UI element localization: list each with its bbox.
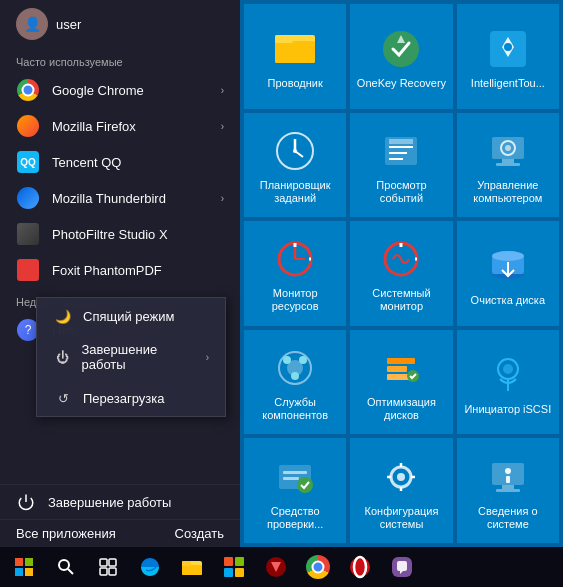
tile-label-explorer: Проводник [268, 77, 323, 90]
tile-label-sys-config: Конфигурация системы [354, 505, 448, 531]
user-name: user [56, 17, 81, 32]
arrow-icon-thunderbird: › [221, 193, 224, 204]
app-item-qq[interactable]: QQ Tencent QQ [0, 144, 240, 180]
refresh-icon: ↺ [53, 388, 73, 408]
avatar: 👤 [16, 8, 48, 40]
app-label-thunderbird: Mozilla Thunderbird [52, 191, 166, 206]
context-label-sleep: Спящий режим [83, 309, 175, 324]
tile-system-monitor[interactable]: Системный монитор [350, 221, 452, 326]
svg-rect-63 [25, 568, 33, 576]
svg-rect-57 [496, 489, 520, 492]
tile-onekey[interactable]: OneKey Recovery [350, 4, 452, 109]
context-item-shutdown-menu[interactable]: ⏻ Завершение работы › [37, 334, 225, 380]
tile-sys-config[interactable]: Конфигурация системы [350, 438, 452, 543]
context-item-restart[interactable]: ↺ Перезагрузка [37, 380, 225, 416]
app-item-thunderbird[interactable]: Mozilla Thunderbird › [0, 180, 240, 216]
task-view-button[interactable] [88, 547, 128, 587]
context-label-restart: Перезагрузка [83, 391, 164, 406]
explorer-tile-icon [271, 25, 319, 73]
app-item-firefox[interactable]: Mozilla Firefox › [0, 108, 240, 144]
intellitouch-tile-icon [484, 25, 532, 73]
tile-disk-cleanup[interactable]: Очистка диска [457, 221, 559, 326]
app-item-foxit[interactable]: Foxit PhantomPDF [0, 252, 240, 288]
tile-explorer[interactable]: Проводник [244, 4, 346, 109]
svg-rect-59 [506, 476, 510, 483]
tile-check-disk[interactable]: Средство проверки... [244, 438, 346, 543]
tile-task-scheduler[interactable]: Планировщик заданий [244, 113, 346, 218]
start-button[interactable] [4, 547, 44, 587]
svg-rect-39 [387, 366, 407, 372]
svg-rect-60 [15, 558, 23, 566]
section-frequent: Часто используемые [0, 48, 240, 72]
all-apps-button[interactable]: Все приложения [16, 526, 116, 541]
svg-rect-68 [100, 568, 107, 575]
svg-rect-76 [235, 568, 244, 577]
app-item-chrome[interactable]: Google Chrome › [0, 72, 240, 108]
tile-label-component-services: Службы компонентов [248, 396, 342, 422]
svg-point-64 [59, 560, 69, 570]
tile-label-event-viewer: Просмотр событий [354, 179, 448, 205]
photofiltre-icon [16, 222, 40, 246]
start-menu: 👤 user Часто используемые Google Chrome … [0, 0, 563, 547]
sys-config-tile-icon [377, 453, 425, 501]
tile-label-sys-info: Сведения о системе [461, 505, 555, 531]
svg-rect-75 [224, 568, 233, 577]
svg-rect-62 [15, 568, 23, 576]
system-monitor-tile-icon [377, 235, 425, 283]
disk-cleanup-tile-icon [484, 242, 532, 290]
svg-rect-72 [182, 561, 191, 566]
sys-info-tile-icon [484, 453, 532, 501]
power-icon-ctx: ⏻ [53, 347, 72, 367]
store-taskbar[interactable] [214, 547, 254, 587]
shutdown-label: Завершение работы [48, 495, 171, 510]
svg-rect-56 [502, 485, 514, 489]
chrome-icon [16, 78, 40, 102]
power-off-icon [16, 492, 36, 512]
taskbar [0, 547, 563, 587]
tile-label-system-monitor: Системный монитор [354, 287, 448, 313]
tile-label-task-scheduler: Планировщик заданий [248, 179, 342, 205]
arrow-icon-shutdown: › [206, 352, 209, 363]
tile-iscsi[interactable]: Инициатор iSCSI [457, 330, 559, 435]
context-item-sleep[interactable]: 🌙 Спящий режим [37, 298, 225, 334]
create-button[interactable]: Создать [175, 526, 224, 541]
svg-rect-18 [496, 163, 520, 166]
edge-taskbar[interactable] [130, 547, 170, 587]
explorer-taskbar[interactable] [172, 547, 212, 587]
tile-resource-monitor[interactable]: Монитор ресурсов [244, 221, 346, 326]
arrow-icon-chrome: › [221, 85, 224, 96]
tile-event-viewer[interactable]: Просмотр событий [350, 113, 452, 218]
viber-taskbar[interactable] [382, 547, 422, 587]
user-area[interactable]: 👤 user [0, 0, 240, 48]
svg-rect-38 [387, 358, 415, 364]
computer-mgmt-tile-icon [484, 127, 532, 175]
foxit-icon [16, 258, 40, 282]
svg-point-6 [504, 43, 512, 51]
opera-taskbar[interactable] [340, 547, 380, 587]
disk-optimizer-tile-icon [377, 344, 425, 392]
event-viewer-tile-icon [377, 127, 425, 175]
svg-point-36 [299, 356, 307, 364]
shutdown-button[interactable]: Завершение работы [0, 485, 240, 519]
tile-label-computer-mgmt: Управление компьютером [461, 179, 555, 205]
app-label-foxit: Foxit PhantomPDF [52, 263, 162, 278]
dota-taskbar[interactable] [256, 547, 296, 587]
tile-computer-mgmt[interactable]: Управление компьютером [457, 113, 559, 218]
svg-rect-61 [25, 558, 33, 566]
search-button[interactable] [46, 547, 86, 587]
svg-point-43 [503, 364, 513, 374]
iscsi-tile-icon [484, 351, 532, 399]
moon-icon: 🌙 [53, 306, 73, 326]
svg-rect-3 [275, 35, 293, 43]
tile-intellitouch[interactable]: IntelligentTou... [457, 4, 559, 109]
tiles-panel: Проводник OneKey Recovery [240, 0, 563, 547]
svg-rect-47 [283, 477, 299, 480]
check-disk-tile-icon [271, 453, 319, 501]
svg-rect-74 [235, 557, 244, 566]
svg-rect-67 [109, 559, 116, 566]
chrome-taskbar[interactable] [298, 547, 338, 587]
app-item-photofiltre[interactable]: PhotoFiltre Studio X [0, 216, 240, 252]
tile-disk-optimizer[interactable]: Оптимизация дисков [350, 330, 452, 435]
tile-sys-info[interactable]: Сведения о системе [457, 438, 559, 543]
tile-component-services[interactable]: Службы компонентов [244, 330, 346, 435]
